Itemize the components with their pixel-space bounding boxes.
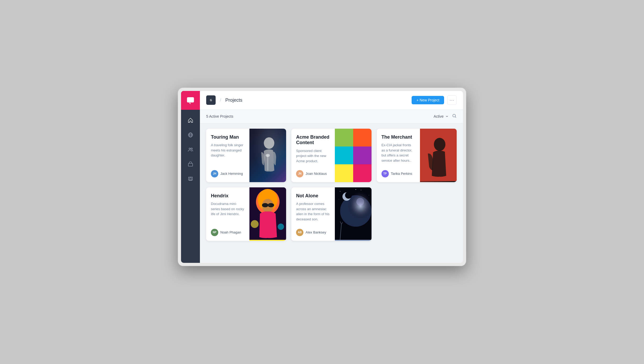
card-author: JH Jack Hemming <box>211 170 245 177</box>
avatar: NP <box>211 229 218 236</box>
svg-point-13 <box>434 138 445 151</box>
svg-point-22 <box>278 224 284 230</box>
more-options-button[interactable]: ··· <box>447 95 457 105</box>
card-author: AB Alex Banksey <box>296 229 330 236</box>
card-content: Not Alone A professor comes across an am… <box>291 187 371 241</box>
svg-rect-6 <box>188 163 193 166</box>
book-icon <box>188 176 193 182</box>
card-image-touring-man <box>249 129 286 182</box>
svg-point-28 <box>339 199 339 199</box>
card-author: NP Noah Phagan <box>211 229 245 236</box>
card-content: Hendrix Docudrama mini-series based on r… <box>206 187 286 241</box>
card-info: Acme Branded Content Sponsored client pr… <box>291 129 335 182</box>
svg-point-21 <box>251 220 259 228</box>
header-separator: / <box>220 97 221 103</box>
svg-point-27 <box>369 195 369 195</box>
not-alone-svg <box>335 187 372 240</box>
author-name: Tarika Perkins <box>391 172 412 176</box>
sidebar-item-team[interactable] <box>184 143 197 156</box>
toolbar: 5 Active Projects Active <box>200 110 463 123</box>
card-title: The Merchant <box>381 134 415 140</box>
card-author: JN Joan Nicklaus <box>296 170 330 177</box>
project-card-hendrix[interactable]: Hendrix Docudrama mini-series based on r… <box>206 187 286 241</box>
acme-cell <box>335 164 353 182</box>
card-info: Hendrix Docudrama mini-series based on r… <box>206 187 249 241</box>
svg-point-4 <box>189 148 191 149</box>
brand-logo: G <box>206 95 216 105</box>
card-author: TP Tarika Perkins <box>381 170 415 177</box>
chat-icon <box>186 96 195 105</box>
touring-man-svg <box>249 129 286 181</box>
svg-point-29 <box>355 189 356 189</box>
card-image-not-alone <box>335 187 372 241</box>
author-name: Noah Phagan <box>220 230 241 234</box>
acme-cell <box>353 164 372 182</box>
toolbar-right: Active <box>434 113 457 119</box>
sidebar-item-vip[interactable] <box>184 158 197 171</box>
header-title: Projects <box>225 97 242 103</box>
sidebar-item-home[interactable] <box>184 114 197 127</box>
filter-label: Active <box>434 114 444 118</box>
avatar: AB <box>296 229 303 236</box>
vip-icon <box>188 161 193 167</box>
acme-cell <box>335 146 353 164</box>
header-brand: G / Projects <box>206 95 242 105</box>
card-content: Acme Branded Content Sponsored client pr… <box>291 129 371 182</box>
search-icon <box>452 113 457 118</box>
svg-point-7 <box>453 114 456 117</box>
card-content: Touring Man A traveling folk singer meet… <box>206 129 286 182</box>
project-card-acme[interactable]: Acme Branded Content Sponsored client pr… <box>291 129 371 182</box>
card-image-hendrix <box>249 187 286 241</box>
svg-point-24 <box>340 191 340 192</box>
card-info: The Merchant Ex-CIA jackal fronts as a f… <box>377 129 420 182</box>
touring-man-image <box>249 129 286 182</box>
card-description: Docudrama mini-series based on rocky lif… <box>211 201 245 224</box>
svg-point-26 <box>361 190 361 190</box>
projects-area: Touring Man A traveling folk singer meet… <box>200 123 463 263</box>
svg-point-5 <box>191 148 193 149</box>
laptop-screen: G / Projects + New Project ··· 5 Active … <box>181 91 463 263</box>
chevron-down-icon <box>445 115 449 118</box>
card-title: Touring Man <box>211 134 245 140</box>
card-description: A professor comes across an amnesiac ali… <box>296 201 330 224</box>
card-info: Not Alone A professor comes across an am… <box>291 187 335 241</box>
avatar: JH <box>211 170 218 177</box>
new-project-button[interactable]: + New Project <box>412 96 444 104</box>
svg-point-33 <box>345 192 352 199</box>
merchant-svg <box>420 129 457 181</box>
card-title: Acme Branded Content <box>296 134 330 146</box>
card-image-acme <box>335 129 372 182</box>
laptop-wrapper: G / Projects + New Project ··· 5 Active … <box>178 88 466 276</box>
svg-point-11 <box>266 154 270 157</box>
card-description: Sponsored client project with the new Ac… <box>296 148 330 166</box>
filter-dropdown[interactable]: Active <box>434 114 449 118</box>
project-card-touring-man[interactable]: Touring Man A traveling folk singer meet… <box>206 129 286 182</box>
card-description: A traveling folk singer meets his estran… <box>211 143 245 166</box>
not-alone-image <box>335 187 372 241</box>
avatar: TP <box>381 170 389 177</box>
svg-rect-10 <box>267 155 268 171</box>
svg-rect-0 <box>187 97 194 102</box>
brand-logo-text: G <box>210 99 212 102</box>
acme-cell <box>335 129 353 146</box>
projects-count-label: 5 Active Projects <box>206 114 233 118</box>
project-card-merchant[interactable]: The Merchant Ex-CIA jackal fronts as a f… <box>377 129 457 182</box>
sidebar-item-book[interactable] <box>184 173 197 185</box>
hendrix-image <box>249 187 286 241</box>
laptop-body: G / Projects + New Project ··· 5 Active … <box>178 88 466 266</box>
card-title: Hendrix <box>211 193 245 199</box>
team-icon <box>188 147 193 153</box>
hendrix-svg <box>249 187 286 240</box>
app-header: G / Projects + New Project ··· <box>200 91 463 110</box>
project-card-not-alone[interactable]: Not Alone A professor comes across an am… <box>291 187 371 241</box>
card-content: The Merchant Ex-CIA jackal fronts as a f… <box>377 129 457 182</box>
search-button[interactable] <box>452 113 457 119</box>
card-info: Touring Man A traveling folk singer meet… <box>206 129 249 182</box>
card-image-merchant <box>420 129 457 182</box>
projects-grid: Touring Man A traveling folk singer meet… <box>206 129 457 241</box>
sidebar-navigation <box>181 110 200 185</box>
merchant-image <box>420 129 457 182</box>
sidebar-item-globe[interactable] <box>184 129 197 141</box>
card-title: Not Alone <box>296 193 330 199</box>
main-content: G / Projects + New Project ··· 5 Active … <box>200 91 463 263</box>
